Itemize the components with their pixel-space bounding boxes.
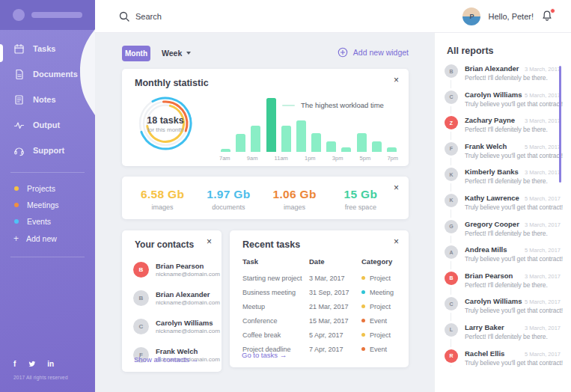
arrow-right-icon: → [192, 355, 199, 364]
report-message: Truly believe you'll get that contract! [465, 203, 561, 211]
reports-panel: All reports B Brian Alexander 3 March, 2… [434, 33, 571, 392]
report-item[interactable]: C Carolyn Williams 5 March, 2017 Truly b… [435, 89, 571, 115]
report-item[interactable]: B Brian Pearson 3 March, 2017 Perfect! I… [435, 270, 571, 296]
report-avatar: B [445, 272, 458, 285]
report-avatar: F [445, 142, 458, 156]
contact-row[interactable]: C Carolyn Williams nickname@domain.com [122, 312, 222, 340]
search-icon[interactable] [119, 11, 129, 22]
report-item[interactable]: K Kathy Lawrence 5 March, 2017 Truly bel… [435, 192, 571, 218]
plus-icon: + [13, 233, 19, 244]
monthly-statistic-card: Monthly statistic × 18 tasks for this mo… [122, 69, 409, 166]
contact-row[interactable]: B Brian Pearson nickname@domain.com [122, 255, 222, 284]
topbar: P Hello, Peter! [95, 0, 571, 33]
reports-scrollbar[interactable] [559, 66, 561, 183]
content-curve-decoration [77, 29, 95, 115]
contact-avatar: C [133, 319, 149, 334]
task-category: Event [370, 346, 387, 353]
task-row[interactable]: Meetup 21 Mar, 2017 Project [242, 299, 401, 313]
report-item[interactable]: C Carolyn Williams 5 March, 2017 Truly b… [435, 295, 571, 322]
report-message: Truly believe you'll get that contract! [465, 152, 561, 159]
twitter-icon[interactable] [27, 360, 36, 369]
workload-x-axis: 7am9am11am1pm3pm5pm7pm [219, 155, 398, 162]
task-row[interactable]: Business meeting 31 Sep, 2017 Meeting [242, 285, 401, 299]
contact-name: Frank Welch [156, 347, 220, 355]
contact-name: Brian Alexander [156, 290, 220, 298]
calendar-icon [13, 43, 25, 55]
user-avatar[interactable]: P [462, 7, 480, 25]
report-item[interactable]: G Gregory Cooper 3 March, 2017 Perfect! … [435, 218, 571, 245]
add-widget-label: Add new widget [353, 48, 409, 57]
close-icon[interactable]: × [394, 183, 399, 193]
report-date: 3 March, 2017 [525, 325, 561, 331]
show-all-contacts-link[interactable]: Show all contacts → [134, 355, 198, 364]
x-tick-label: 5pm [360, 155, 371, 162]
report-item[interactable]: B Brian Alexander 3 March, 2017 Perfect!… [435, 63, 571, 89]
tasks-donut-chart: 18 tasks for this month [134, 92, 197, 155]
category-dot-icon [361, 276, 365, 280]
task-category: Meeting [370, 289, 394, 296]
storage-stat: 6.58 Gb images [129, 188, 195, 211]
bar-12pm [296, 120, 306, 152]
sidebar-category-item[interactable]: Projects [0, 180, 95, 197]
report-avatar: R [445, 349, 458, 363]
column-task: Task [242, 257, 309, 266]
sidebar-item-label: Tasks [33, 44, 55, 53]
report-date: 5 March, 2017 [525, 247, 561, 254]
report-item[interactable]: F Frank Welch 5 March, 2017 Truly believ… [435, 141, 571, 167]
report-name: Zachary Payne [465, 116, 515, 124]
contact-row[interactable]: F Frank Welch nickname@domain.com [122, 340, 222, 369]
sidebar-category-item[interactable]: Meetings [0, 197, 95, 213]
linkedin-icon[interactable]: in [47, 360, 54, 369]
report-date: 3 March, 2017 [525, 273, 561, 280]
report-item[interactable]: K Kimberly Banks 3 March, 2017 Perfect! … [435, 166, 571, 192]
bar-3pm [341, 147, 351, 152]
document-icon [13, 69, 25, 80]
go-to-tasks-link[interactable]: Go to tasks → [242, 351, 287, 359]
week-dropdown[interactable]: Week [162, 49, 191, 58]
report-item[interactable]: Z Zachary Payne 3 March, 2017 Perfect! I… [435, 114, 571, 141]
storage-label: free space [328, 203, 394, 211]
sidebar-item-support[interactable]: Support [0, 138, 95, 163]
close-icon[interactable]: × [394, 236, 399, 247]
report-date: 3 March, 2017 [525, 117, 561, 124]
add-widget-button[interactable]: Add new widget [338, 47, 409, 58]
x-tick-label: 11am [275, 155, 288, 162]
x-tick-label: 7pm [387, 155, 398, 162]
task-row[interactable]: Starting new project 3 Mar, 2017 Project [242, 271, 401, 285]
report-name: Kimberly Banks [465, 168, 519, 176]
report-date: 3 March, 2017 [525, 221, 561, 228]
task-category: Project [370, 303, 391, 310]
report-item[interactable]: L Larry Baker 3 March, 2017 Perfect! I'l… [435, 322, 571, 348]
sidebar-item-label: Documents [33, 70, 78, 79]
task-row[interactable]: Coffee break 5 Apr, 2017 Project [242, 328, 401, 342]
notifications-button[interactable] [541, 10, 555, 23]
facebook-icon[interactable]: f [13, 360, 16, 369]
contact-name: Carolyn Williams [156, 319, 220, 327]
report-message: Truly believe you'll get that contract! [465, 100, 561, 108]
task-row[interactable]: Conference 15 Mar, 2017 Event [242, 313, 401, 328]
storage-value: 15 Gb [328, 188, 394, 201]
notes-icon [13, 94, 25, 105]
main-content: Month Week Add new widget Monthly statis… [95, 33, 434, 392]
sidebar-item-output[interactable]: Output [0, 112, 95, 138]
x-tick-label: 3pm [332, 155, 343, 162]
report-item[interactable]: A Andrea Mills 5 March, 2017 Truly belie… [435, 244, 571, 270]
report-item[interactable]: R Rachel Ellis 5 March, 2017 Truly belie… [435, 348, 571, 374]
report-avatar: A [445, 245, 458, 259]
report-message: Truly believe you'll get that contract! [465, 307, 561, 314]
month-toggle-button[interactable]: Month [122, 46, 150, 61]
close-icon[interactable]: × [207, 236, 212, 247]
search-input[interactable] [135, 12, 255, 21]
contacts-card: Your contacts × B Brian Pearson nickname… [122, 230, 222, 372]
report-message: Truly believe you'll get that contract! [465, 359, 561, 367]
report-message: Perfect! I'll defenitely be there. [465, 281, 561, 289]
sidebar-add-new[interactable]: + Add new [0, 230, 95, 248]
contact-row[interactable]: B Brian Alexander nickname@domain.com [122, 284, 222, 312]
report-message: Truly believe you'll get that contract! [465, 255, 561, 263]
report-name: Gregory Cooper [465, 220, 519, 228]
close-icon[interactable]: × [394, 75, 399, 85]
report-avatar: K [445, 194, 458, 207]
report-date: 5 March, 2017 [525, 92, 561, 99]
sidebar-category-item[interactable]: Events [0, 213, 95, 230]
report-name: Rachel Ellis [465, 349, 504, 358]
